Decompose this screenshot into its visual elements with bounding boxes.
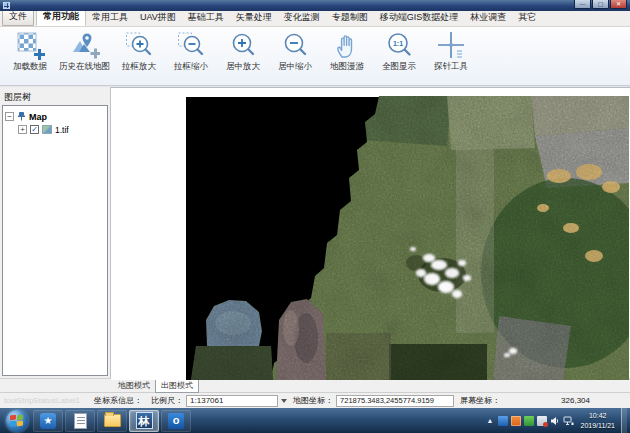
taskbar-app-o[interactable]: o (161, 410, 191, 432)
status-bar: toolStripStatusLabel1 坐标系信息： 比例尺： 1:1370… (0, 392, 630, 408)
full-extent-button[interactable]: 1:1 全图显示 (373, 28, 425, 85)
probe-tool-label: 探针工具 (434, 61, 468, 73)
box-zoom-out-icon (176, 30, 206, 60)
layer-panel-title: 图层树 (0, 87, 110, 106)
tab-thematic-mapping[interactable]: 专题制图 (326, 9, 374, 26)
app-grid-icon (3, 2, 10, 9)
tree-layer-label: 1.tif (55, 125, 69, 135)
taskbar-app-star[interactable]: ★ (33, 410, 63, 432)
full-extent-label: 全图显示 (382, 61, 416, 73)
tree-root-label: Map (29, 112, 47, 122)
tree-layer-row[interactable]: + ✓ 1.tif (5, 123, 105, 136)
minimize-button[interactable]: — (574, 0, 591, 9)
map-canvas[interactable] (111, 87, 630, 378)
forest-app-icon: 林 (136, 412, 153, 429)
tab-basic-tools[interactable]: 基础工具 (182, 9, 230, 26)
scale-combobox[interactable]: 1:137061 (186, 395, 278, 407)
box-zoom-in-button[interactable]: 拉框放大 (113, 28, 165, 85)
center-zoom-out-button[interactable]: 居中缩小 (269, 28, 321, 85)
clock-time: 10:42 (580, 411, 615, 420)
layer-tree: − Map + ✓ 1.tif (2, 105, 108, 376)
network-icon[interactable] (563, 412, 574, 430)
tab-map-mode[interactable]: 地图模式 (113, 379, 155, 392)
tray-green-app-icon[interactable] (524, 416, 534, 426)
star-app-icon: ★ (40, 413, 56, 429)
history-online-map-label: 历史在线地图 (59, 61, 110, 73)
center-zoom-in-label: 居中放大 (226, 61, 260, 73)
center-zoom-out-icon (280, 30, 310, 60)
tab-uav-mosaic[interactable]: UAV拼图 (134, 9, 182, 26)
system-tray: ▲ 10:42 2019/11/21 (487, 408, 630, 433)
tray-blue-app-icon[interactable] (498, 416, 508, 426)
folder-icon (104, 414, 121, 427)
probe-tool-icon (436, 30, 466, 60)
screen-coordinate-label: 屏幕坐标： (460, 395, 500, 406)
taskbar-clock[interactable]: 10:42 2019/11/21 (580, 411, 615, 429)
load-data-icon (15, 30, 45, 60)
layer-thumbnail-icon (42, 125, 52, 134)
load-data-label: 加载数据 (13, 61, 47, 73)
map-pan-label: 地图漫游 (330, 61, 364, 73)
layer-visibility-checkbox[interactable]: ✓ (30, 125, 39, 134)
history-online-map-button[interactable]: 历史在线地图 (56, 28, 113, 85)
map-mode-tab-strip: 地图模式 出图模式 (0, 378, 630, 392)
full-extent-icon: 1:1 (384, 30, 414, 60)
tab-mobile-gis-data[interactable]: 移动端GIS数据处理 (374, 9, 465, 26)
taskbar-app-notepad[interactable] (65, 410, 95, 432)
toolbar: 加载数据 历史在线地图 (0, 27, 630, 86)
tab-vector-processing[interactable]: 矢量处理 (230, 9, 278, 26)
title-bar: — ▢ ✕ (0, 0, 630, 11)
box-zoom-in-label: 拉框放大 (122, 61, 156, 73)
notepad-icon (74, 413, 87, 429)
hidden-icons-arrow[interactable]: ▲ (487, 417, 494, 424)
pan-hand-icon (332, 30, 362, 60)
tray-orange-app-icon[interactable] (511, 416, 521, 426)
clock-date: 2019/11/21 (580, 421, 615, 430)
screen-coordinate-value: 326,304 (561, 396, 590, 405)
action-center-flag-icon[interactable] (537, 416, 547, 426)
tab-other[interactable]: 其它 (512, 9, 542, 26)
ribbon-tab-strip: 文件 常用功能 常用工具 UAV拼图 基础工具 矢量处理 变化监测 专题制图 移… (0, 11, 630, 27)
crs-info-label: 坐标系信息： (94, 395, 142, 406)
layer-panel: 图层树 − Map + ✓ (0, 87, 111, 378)
box-zoom-out-button[interactable]: 拉框缩小 (165, 28, 217, 85)
maximize-button[interactable]: ▢ (592, 0, 609, 9)
tab-change-monitoring[interactable]: 变化监测 (278, 9, 326, 26)
history-online-map-icon (70, 30, 100, 60)
application-window: — ▢ ✕ 文件 常用功能 常用工具 UAV拼图 基础工具 矢量处理 变化监测 … (0, 0, 630, 433)
tab-forestry-survey[interactable]: 林业调查 (464, 9, 512, 26)
tab-layout-mode[interactable]: 出图模式 (155, 378, 199, 393)
scale-dropdown-icon[interactable] (281, 399, 287, 403)
status-placeholder-label: toolStripStatusLabel1 (4, 396, 80, 405)
center-zoom-in-button[interactable]: 居中放大 (217, 28, 269, 85)
svg-text:1:1: 1:1 (393, 40, 403, 47)
pushpin-icon (17, 111, 26, 123)
expand-icon[interactable]: + (18, 125, 27, 134)
collapse-icon[interactable]: − (5, 112, 14, 121)
close-button[interactable]: ✕ (610, 0, 627, 9)
satellite-imagery (111, 88, 629, 380)
scale-label: 比例尺： (151, 395, 183, 406)
tree-root-row[interactable]: − Map (5, 110, 105, 123)
map-coordinate-label: 地图坐标： (293, 395, 333, 406)
box-zoom-in-icon (124, 30, 154, 60)
map-coordinate-value: 721875.3483,2455774.9159 (336, 395, 454, 407)
probe-tool-button[interactable]: 探针工具 (425, 28, 477, 85)
o-app-icon: o (168, 413, 184, 429)
windows-taskbar: ★ 林 o ▲ (0, 408, 630, 433)
center-zoom-out-label: 居中缩小 (278, 61, 312, 73)
tab-common-tools[interactable]: 常用工具 (86, 9, 134, 26)
center-zoom-in-icon (228, 30, 258, 60)
box-zoom-out-label: 拉框缩小 (174, 61, 208, 73)
start-button[interactable] (6, 410, 28, 432)
map-pan-button[interactable]: 地图漫游 (321, 28, 373, 85)
load-data-button[interactable]: 加载数据 (4, 28, 56, 85)
volume-icon[interactable] (550, 412, 560, 430)
taskbar-app-explorer[interactable] (97, 410, 127, 432)
main-area: 图层树 − Map + ✓ (0, 86, 630, 378)
taskbar-app-forestry-gis[interactable]: 林 (129, 410, 159, 432)
show-desktop-button[interactable] (621, 408, 627, 433)
